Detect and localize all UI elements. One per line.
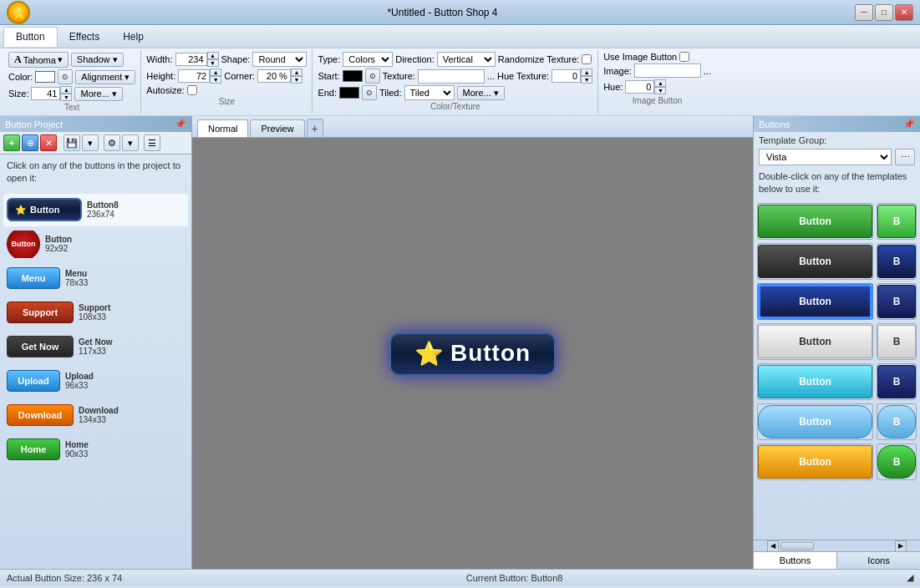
toolbar-hue-row: Hue: ▲ ▼ bbox=[603, 79, 711, 94]
main-button-label: Button bbox=[450, 340, 531, 367]
template-item-2[interactable]: Button bbox=[757, 243, 873, 280]
corner-down-button[interactable]: ▼ bbox=[291, 76, 302, 84]
list-item[interactable]: Button Button 92x92 bbox=[3, 228, 188, 261]
height-up-button[interactable]: ▲ bbox=[210, 68, 221, 76]
hue-texture-input[interactable] bbox=[551, 69, 581, 83]
left-panel-header: Button Project 📌 bbox=[0, 116, 191, 132]
main-preview-button[interactable]: ⭐ Button bbox=[389, 332, 556, 376]
template-item-11[interactable]: B bbox=[877, 403, 917, 440]
template-item-3[interactable]: B bbox=[877, 243, 917, 280]
save-dropdown-btn[interactable]: ▾ bbox=[82, 134, 99, 151]
more-text-button[interactable]: More... ▾ bbox=[74, 87, 122, 101]
menu-effects-tab[interactable]: Effects bbox=[58, 28, 111, 46]
width-up-button[interactable]: ▲ bbox=[207, 52, 219, 59]
bottom-tab-buttons[interactable]: Buttons bbox=[754, 552, 837, 569]
template-item-12[interactable]: Button bbox=[757, 444, 873, 480]
list-item[interactable]: Get Now Get Now 117x33 bbox=[3, 331, 188, 363]
hue-down[interactable]: ▼ bbox=[654, 87, 666, 94]
template-item-0[interactable]: Button bbox=[757, 203, 873, 240]
template-item-10[interactable]: Button bbox=[757, 403, 873, 440]
width-down-button[interactable]: ▼ bbox=[207, 59, 219, 67]
hue-input[interactable] bbox=[625, 80, 654, 94]
corner-input[interactable] bbox=[257, 69, 291, 83]
start-color-picker[interactable]: ⊙ bbox=[365, 68, 380, 84]
texture-input[interactable] bbox=[418, 69, 485, 84]
template-item-6[interactable]: Button bbox=[757, 323, 873, 360]
pin-icon: 📌 bbox=[175, 119, 186, 129]
randomize-checkbox[interactable] bbox=[582, 54, 592, 64]
direction-select[interactable]: Vertical Horizontal bbox=[437, 52, 496, 67]
list-item[interactable]: Upload Upload 96x33 bbox=[3, 365, 188, 398]
menu-help-tab[interactable]: Help bbox=[111, 28, 155, 46]
use-image-checkbox[interactable] bbox=[679, 52, 689, 62]
hue-up[interactable]: ▲ bbox=[654, 79, 666, 87]
preview-tab-normal[interactable]: Normal bbox=[197, 119, 248, 137]
size-down-button[interactable]: ▼ bbox=[60, 94, 72, 101]
scrollbar-thumb[interactable] bbox=[780, 542, 814, 550]
list-item[interactable]: Menu Menu 78x33 bbox=[3, 262, 188, 295]
remove-btn[interactable]: ✕ bbox=[40, 134, 57, 151]
size-up-button[interactable]: ▲ bbox=[60, 86, 72, 94]
shape-select[interactable]: Round Square Pill bbox=[252, 52, 307, 67]
image-input[interactable] bbox=[634, 63, 701, 78]
list-item[interactable]: Support Support 108x33 bbox=[3, 297, 188, 329]
template-row: Button B bbox=[757, 283, 917, 320]
menu-button-tab[interactable]: Button bbox=[3, 27, 58, 47]
end-color-picker[interactable]: ⊙ bbox=[362, 85, 377, 100]
tiled-select[interactable]: Tiled Stretched bbox=[404, 85, 455, 100]
minimize-button[interactable]: ─ bbox=[855, 4, 873, 21]
more-color-button[interactable]: More... ▾ bbox=[457, 86, 505, 100]
new-button-btn[interactable]: + bbox=[3, 134, 20, 151]
height-input[interactable] bbox=[178, 69, 210, 83]
hue-texture-up[interactable]: ▲ bbox=[581, 68, 592, 76]
corner-label: Corner: bbox=[224, 71, 255, 81]
size-input[interactable] bbox=[31, 87, 60, 100]
list-view-btn[interactable]: ☰ bbox=[144, 134, 160, 151]
color-swatch[interactable] bbox=[35, 71, 55, 83]
preview-tab-add[interactable]: + bbox=[307, 119, 323, 137]
corner-up-button[interactable]: ▲ bbox=[291, 68, 302, 76]
list-item[interactable]: ⭐ Button Button8 236x74 bbox=[3, 194, 188, 226]
add-to-project-btn[interactable]: ⊕ bbox=[22, 134, 38, 151]
start-color-swatch[interactable] bbox=[343, 70, 363, 82]
alignment-dropdown-icon: ▾ bbox=[125, 72, 130, 82]
toolbar-size-group: Width: ▲ ▼ Shape: Round Square Pill Heig… bbox=[141, 50, 313, 114]
template-item-9[interactable]: B bbox=[877, 363, 917, 400]
maximize-button[interactable]: □ bbox=[875, 4, 893, 21]
settings-dropdown-btn[interactable]: ▾ bbox=[122, 134, 139, 151]
template-visual-1: B bbox=[877, 205, 916, 238]
settings-btn[interactable]: ⚙ bbox=[104, 134, 120, 151]
template-group-row: Template Group: bbox=[754, 132, 920, 149]
template-item-7[interactable]: B bbox=[877, 323, 917, 360]
template-item-8[interactable]: Button bbox=[757, 363, 873, 400]
save-btn[interactable]: 💾 bbox=[64, 134, 80, 151]
end-color-swatch[interactable] bbox=[339, 87, 359, 99]
template-item-1[interactable]: B bbox=[877, 203, 917, 240]
width-input[interactable] bbox=[175, 53, 207, 66]
horizontal-scrollbar[interactable]: ◀ ▶ bbox=[754, 540, 920, 551]
font-selector[interactable]: A Tahoma ▾ bbox=[8, 52, 69, 68]
toolbar-color-group: Type: Colors Texture Direction: Vertical… bbox=[313, 50, 598, 114]
template-visual-6: Button bbox=[758, 325, 872, 358]
bottom-tab-icons[interactable]: Icons bbox=[837, 552, 920, 569]
scroll-left-arrow[interactable]: ◀ bbox=[767, 540, 779, 552]
template-group-menu[interactable]: ⋯ bbox=[895, 149, 915, 165]
height-down-button[interactable]: ▼ bbox=[210, 76, 221, 84]
list-item[interactable]: Download Download 134x33 bbox=[3, 399, 188, 432]
resize-icon[interactable]: ◢ bbox=[907, 572, 913, 583]
hue-texture-down[interactable]: ▼ bbox=[581, 76, 592, 84]
alignment-button[interactable]: Alignment ▾ bbox=[75, 70, 135, 84]
type-select[interactable]: Colors Texture bbox=[343, 52, 393, 67]
scroll-right-arrow[interactable]: ▶ bbox=[895, 540, 907, 552]
close-button[interactable]: ✕ bbox=[895, 4, 913, 21]
color-picker-button[interactable]: ⊙ bbox=[58, 69, 73, 84]
scrollbar-track[interactable] bbox=[779, 542, 895, 550]
shadow-button[interactable]: Shadow ▾ bbox=[71, 53, 124, 67]
template-group-select[interactable]: Vista XP Mac bbox=[759, 149, 892, 165]
list-item[interactable]: Home Home 90x33 bbox=[3, 433, 188, 466]
template-item-4[interactable]: Button bbox=[757, 283, 873, 320]
template-item-13[interactable]: B bbox=[877, 444, 917, 480]
autosize-checkbox[interactable] bbox=[187, 85, 197, 95]
preview-tab-preview[interactable]: Preview bbox=[250, 119, 304, 137]
template-item-5[interactable]: B bbox=[877, 283, 917, 320]
